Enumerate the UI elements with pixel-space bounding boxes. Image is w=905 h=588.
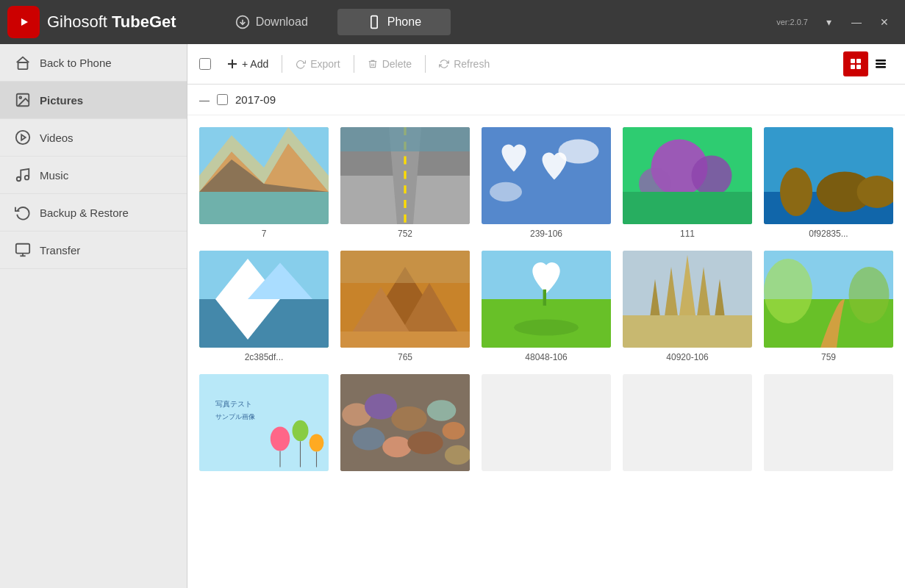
photo-thumb [482, 127, 611, 224]
svg-point-8 [19, 96, 21, 98]
list-view-icon [875, 58, 887, 70]
svg-point-79 [310, 434, 324, 451]
group-header: — 2017-09 [187, 85, 905, 115]
photo-item[interactable]: 48048-106 [482, 251, 611, 362]
photo-item[interactable] [764, 374, 893, 471]
nav-phone[interactable]: Phone [337, 9, 451, 35]
photo-item[interactable]: 111 [623, 127, 752, 239]
svg-point-77 [271, 427, 290, 451]
svg-rect-23 [876, 63, 886, 65]
svg-rect-42 [623, 192, 752, 224]
nav-bar: Download Phone [206, 9, 451, 35]
toolbar: + Add Export Delete [187, 44, 905, 85]
photo-name: 239-106 [530, 229, 562, 239]
photo-thumb [340, 374, 470, 471]
delete-button[interactable]: Delete [357, 54, 422, 74]
svg-point-12 [25, 176, 29, 180]
nav-download[interactable]: Download [206, 9, 337, 35]
sidebar-item-transfer[interactable]: Transfer [0, 232, 187, 269]
svg-point-11 [17, 177, 21, 182]
home-icon [15, 54, 31, 71]
view-list-button[interactable] [868, 51, 893, 76]
photo-item[interactable]: 2c385df... [199, 251, 329, 362]
grid-view-icon [850, 58, 862, 70]
svg-rect-64 [623, 315, 752, 348]
photo-name: 2c385df... [245, 352, 284, 362]
svg-point-87 [427, 400, 457, 421]
svg-rect-57 [340, 331, 470, 348]
photo-item[interactable]: 40920-106 [623, 251, 752, 362]
refresh-button[interactable]: Refresh [429, 54, 500, 74]
svg-text:サンプル画像: サンプル画像 [215, 413, 255, 420]
photo-thumb [764, 374, 893, 471]
sidebar-item-music[interactable]: Music [0, 157, 187, 194]
photo-item[interactable]: 7 [199, 127, 329, 239]
svg-point-37 [490, 182, 522, 201]
group-checkbox[interactable] [217, 94, 228, 105]
group-collapse-btn[interactable]: — [199, 94, 210, 106]
sidebar-item-videos[interactable]: Videos [0, 119, 187, 157]
version-label: ver:2.0.7 [776, 18, 808, 26]
select-all-checkbox[interactable] [199, 58, 211, 70]
svg-rect-18 [851, 59, 855, 63]
photo-thumb [623, 127, 752, 224]
photo-thumb [340, 251, 470, 348]
photo-name: 752 [398, 229, 412, 239]
sep-3 [425, 55, 426, 73]
content-area: + Add Export Delete [187, 44, 905, 588]
window-controls: ▾ — ✕ [815, 9, 898, 35]
svg-rect-22 [876, 60, 886, 62]
photo-thumb [623, 374, 752, 471]
photo-name: 765 [398, 352, 412, 362]
photo-name: 111 [680, 229, 695, 239]
sidebar: Back to Phone Pictures Videos Music [0, 44, 187, 588]
svg-point-9 [16, 131, 29, 144]
svg-point-88 [443, 422, 465, 440]
photo-thumb [482, 374, 611, 471]
view-grid-button[interactable] [843, 51, 868, 76]
sidebar-item-back-to-phone[interactable]: Back to Phone [0, 44, 187, 82]
minimize-btn[interactable]: — [843, 9, 870, 35]
photo-thumb: 写真テスト サンプル画像 [199, 374, 329, 471]
svg-point-61 [514, 320, 579, 336]
sidebar-item-pictures[interactable]: Pictures [0, 82, 187, 119]
close-btn[interactable]: ✕ [871, 9, 898, 35]
svg-point-92 [445, 445, 470, 465]
group-name: 2017-09 [235, 93, 276, 106]
photo-item[interactable]: 写真テスト サンプル画像 [199, 374, 329, 471]
svg-point-86 [391, 406, 426, 431]
app-name: Gihosoft TubeGet [47, 12, 176, 32]
dropdown-btn[interactable]: ▾ [815, 9, 842, 35]
svg-point-40 [692, 156, 732, 196]
svg-rect-6 [18, 62, 28, 69]
photo-item[interactable]: 239-106 [482, 127, 611, 239]
svg-rect-28 [199, 192, 329, 224]
svg-point-72 [764, 259, 812, 323]
sidebar-item-backup-restore[interactable]: Backup & Restore [0, 194, 187, 232]
photo-item[interactable] [340, 374, 470, 471]
photo-item[interactable] [623, 374, 752, 471]
svg-marker-10 [21, 135, 26, 140]
photo-item[interactable]: 765 [340, 251, 470, 362]
titlebar: Gihosoft TubeGet Download Phone ver:2.0.… [0, 0, 905, 44]
add-icon [227, 59, 237, 69]
photo-item[interactable]: 752 [340, 127, 470, 239]
photo-item[interactable]: 0f92835... [764, 127, 893, 239]
add-button[interactable]: + Add [217, 54, 279, 74]
photo-item[interactable]: 759 [764, 251, 893, 362]
svg-point-90 [382, 437, 412, 458]
svg-rect-34 [340, 127, 470, 151]
pictures-icon [15, 92, 31, 108]
svg-rect-21 [856, 65, 861, 69]
svg-rect-19 [856, 59, 861, 63]
photo-item[interactable] [482, 374, 611, 471]
photo-name: 48048-106 [525, 352, 567, 362]
photo-name: 0f92835... [809, 229, 848, 239]
photo-name: 40920-106 [666, 352, 708, 362]
svg-text:写真テスト: 写真テスト [215, 400, 252, 408]
svg-rect-74 [199, 374, 329, 471]
videos-icon [15, 129, 31, 146]
export-button[interactable]: Export [285, 54, 350, 74]
main-layout: Back to Phone Pictures Videos Music [0, 44, 905, 588]
sep-1 [282, 55, 282, 73]
